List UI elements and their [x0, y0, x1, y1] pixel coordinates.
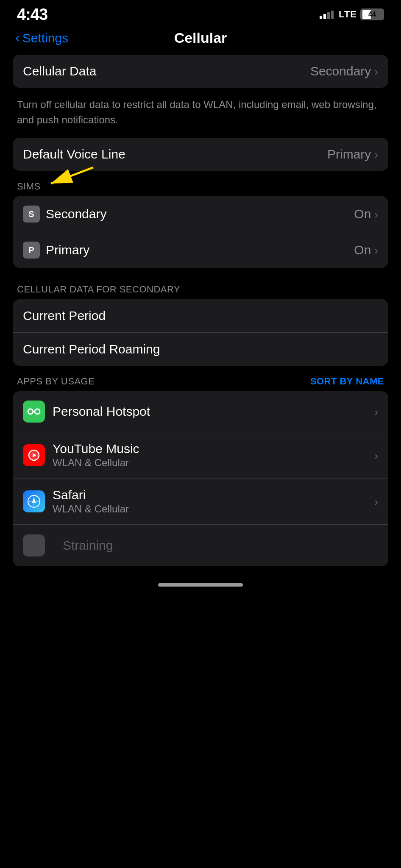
safari-subtitle: WLAN & Cellular	[53, 503, 129, 515]
time-display: 4:43	[17, 6, 47, 24]
back-label[interactable]: Settings	[22, 31, 68, 45]
default-voice-line-label: Default Voice Line	[23, 147, 125, 161]
current-period-row[interactable]: Current Period	[13, 299, 388, 333]
svg-rect-3	[35, 409, 40, 414]
youtube-music-name: YouTube Music	[53, 442, 139, 456]
home-indicator	[158, 583, 243, 587]
battery-percentage: 44	[360, 11, 384, 18]
current-period-roaming-label: Current Period Roaming	[23, 342, 160, 356]
signal-bar-4	[331, 11, 334, 19]
youtube-music-text-block: YouTube Music WLAN & Cellular	[53, 442, 139, 469]
lte-label: LTE	[339, 9, 357, 20]
personal-hotspot-chevron-icon: ›	[374, 406, 378, 419]
primary-sim-icon: P	[23, 242, 40, 259]
safari-text-block: Safari WLAN & Cellular	[53, 488, 129, 515]
current-period-label: Current Period	[23, 309, 106, 323]
youtube-music-subtitle: WLAN & Cellular	[53, 457, 139, 469]
youtube-icon-svg	[27, 448, 41, 462]
primary-sim-value-text: On	[354, 243, 371, 257]
svg-line-1	[51, 167, 93, 184]
cellular-data-group: Cellular Data Secondary ›	[13, 55, 388, 88]
safari-chevron-icon: ›	[374, 495, 378, 509]
cellular-data-value: Secondary ›	[310, 64, 378, 78]
cellular-data-secondary-group: Current Period Current Period Roaming	[13, 299, 388, 366]
personal-hotspot-text-block: Personal Hotspot	[53, 404, 150, 419]
personal-hotspot-name: Personal Hotspot	[53, 404, 150, 419]
safari-app-icon	[23, 490, 45, 512]
youtube-music-icon	[23, 444, 45, 466]
youtube-music-row[interactable]: YouTube Music WLAN & Cellular ›	[13, 432, 388, 479]
bottom-bar	[0, 575, 401, 595]
secondary-sim-label: Secondary	[46, 207, 106, 221]
primary-sim-left: P Primary	[23, 242, 89, 259]
signal-bar-3	[327, 12, 330, 19]
yellow-arrow-annotation	[25, 163, 110, 189]
cellular-data-secondary-section-label: CELLULAR DATA FOR SECONDARY	[13, 278, 388, 299]
cellular-data-row[interactable]: Cellular Data Secondary ›	[13, 55, 388, 88]
signal-bar-2	[323, 14, 326, 19]
safari-left: Safari WLAN & Cellular	[23, 488, 129, 515]
cellular-data-label: Cellular Data	[23, 64, 96, 78]
youtube-music-left: YouTube Music WLAN & Cellular	[23, 442, 139, 469]
apps-by-usage-header: APPS BY USAGE SORT BY NAME	[13, 370, 388, 391]
nav-bar: ‹ Settings Cellular	[0, 25, 401, 55]
straining-left: Straining	[23, 534, 123, 557]
primary-sim-row[interactable]: P Primary On ›	[13, 232, 388, 268]
status-icons: LTE 44	[320, 8, 384, 20]
status-bar: 4:43 LTE 44	[0, 0, 401, 25]
default-voice-line-value: Primary ›	[327, 147, 378, 161]
apps-list-group: Personal Hotspot › YouTube Music WLA	[13, 391, 388, 566]
safari-name: Safari	[53, 488, 129, 502]
secondary-sim-chevron-icon: ›	[374, 208, 378, 221]
apps-by-usage-label: APPS BY USAGE	[17, 376, 95, 387]
personal-hotspot-icon	[23, 401, 45, 423]
sims-section-header-container: SIMs	[13, 175, 388, 196]
svg-rect-2	[28, 409, 33, 414]
content-area: Cellular Data Secondary › Turn off cellu…	[0, 55, 401, 566]
secondary-sim-icon: S	[23, 206, 40, 223]
sims-group: S Secondary On › P Primary On ›	[13, 196, 388, 268]
secondary-sim-left: S Secondary	[23, 206, 106, 223]
back-button[interactable]: ‹ Settings	[15, 31, 68, 45]
secondary-sim-value-text: On	[354, 207, 371, 221]
primary-sim-value: On ›	[354, 243, 378, 257]
battery-icon: 44	[360, 8, 384, 20]
cellular-data-value-text: Secondary	[310, 64, 371, 78]
secondary-sim-row[interactable]: S Secondary On ›	[13, 196, 388, 232]
secondary-sim-value: On ›	[354, 207, 378, 221]
current-period-roaming-row[interactable]: Current Period Roaming	[13, 333, 388, 366]
sort-by-name-button[interactable]: SORT BY NAME	[310, 376, 384, 387]
page-title: Cellular	[174, 30, 227, 46]
default-voice-line-value-text: Primary	[327, 147, 371, 161]
back-chevron-icon: ‹	[15, 30, 20, 45]
signal-bars-icon	[320, 10, 334, 19]
primary-sim-chevron-icon: ›	[374, 244, 378, 257]
youtube-music-chevron-icon: ›	[374, 449, 378, 462]
primary-sim-label: Primary	[46, 243, 89, 257]
chevron-right-icon-2: ›	[374, 148, 378, 161]
chevron-right-icon: ›	[374, 65, 378, 78]
safari-row[interactable]: Safari WLAN & Cellular ›	[13, 479, 388, 525]
personal-hotspot-left: Personal Hotspot	[23, 401, 150, 423]
straining-row[interactable]: Straining	[13, 525, 388, 566]
cellular-data-description: Turn off cellular data to restrict all d…	[13, 92, 388, 138]
safari-icon-svg	[26, 494, 42, 509]
personal-hotspot-row[interactable]: Personal Hotspot ›	[13, 391, 388, 432]
straining-label: Straining	[53, 534, 123, 557]
hotspot-icon-svg	[27, 405, 41, 418]
signal-bar-1	[320, 16, 322, 19]
straining-icon	[23, 534, 45, 556]
